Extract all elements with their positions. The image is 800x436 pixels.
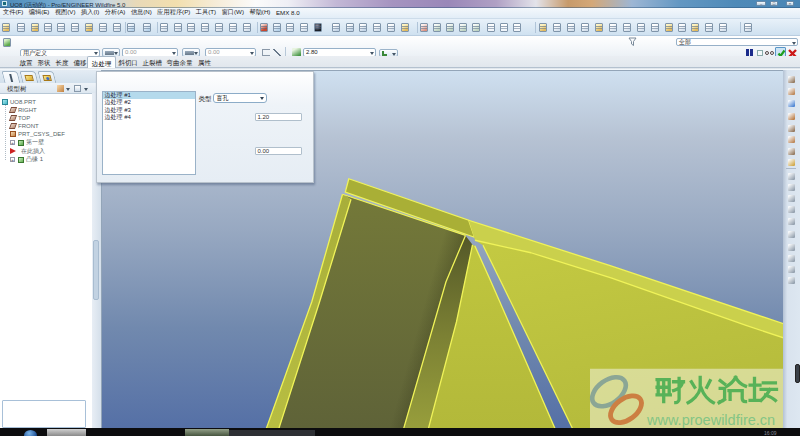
- svg-text:www.proewildfire.cn: www.proewildfire.cn: [646, 411, 775, 427]
